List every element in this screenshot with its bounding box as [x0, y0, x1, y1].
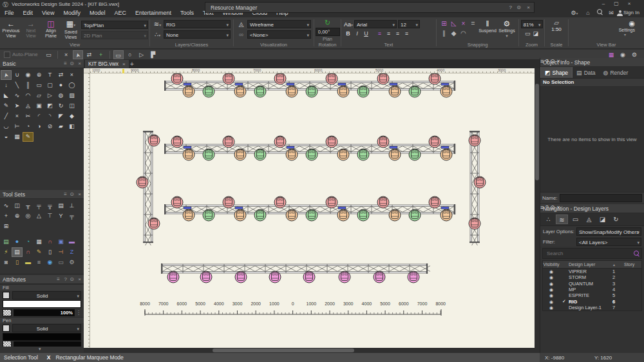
truss-insertion-tool[interactable]: ◫ — [12, 201, 23, 211]
center-mark-tool[interactable]: ◧ — [66, 122, 77, 131]
help-icon[interactable]: ? — [509, 5, 512, 10]
pen-type-icon[interactable] — [3, 325, 10, 332]
door-tool-set[interactable]: ▯ — [44, 247, 55, 257]
search-input[interactable] — [545, 250, 634, 257]
snap-to-tangent-icon[interactable]: ◠ — [459, 29, 468, 38]
design-layer-column-header[interactable]: Design Layer — [569, 262, 612, 267]
fit-page-icon[interactable]: ◪ — [533, 30, 539, 37]
gears-tool-set[interactable]: ⚙ — [66, 258, 77, 267]
cable-tool-set[interactable]: ▬ — [66, 237, 77, 247]
snap-to-angle-icon[interactable]: ◺ — [449, 19, 459, 28]
layer-name[interactable]: STORM — [569, 274, 612, 280]
close-icon[interactable]: × — [78, 191, 81, 197]
multiple-selection-mode[interactable]: ⇄ — [84, 50, 95, 59]
snap-to-edge-icon[interactable]: ∥ — [439, 29, 449, 38]
trim-tool[interactable]: × — [12, 111, 23, 121]
align-right-button[interactable]: ≡ — [393, 30, 402, 37]
rounded-rectangle-tool[interactable]: ▢ — [44, 81, 55, 90]
sheet-layers-tab-icon[interactable]: ▭ — [569, 214, 582, 224]
visibility-eye-icon[interactable]: ◉ — [549, 281, 553, 286]
water-drop-tool-set[interactable]: ● — [12, 237, 23, 247]
shear-tool[interactable]: ◤ — [55, 111, 66, 121]
single-selection-mode[interactable]: ➤ — [73, 50, 83, 59]
resource-manager-window[interactable]: Resource Manager ? ⊙ × — [205, 2, 535, 13]
oval-tool[interactable]: ● — [55, 81, 66, 90]
mirror-tool[interactable]: ◫ — [66, 101, 77, 111]
menu-entertainment[interactable]: Entertainment — [131, 8, 176, 17]
fit-objects-icon[interactable]: ▭ — [525, 30, 531, 37]
radial-dimension-tool[interactable]: ◑ — [33, 122, 44, 131]
visibility-eye-icon[interactable]: ◉ — [549, 287, 553, 292]
snap-to-working-plane-icon[interactable]: ◆ — [449, 29, 459, 38]
focus-point-tool[interactable]: ◎ — [23, 211, 33, 221]
lighting-pipe-ladder-tool[interactable]: ╤ — [33, 201, 44, 211]
fill-opacity-slider[interactable]: 100% — [14, 309, 75, 316]
house-rigging-point-tool[interactable]: + — [1, 211, 12, 221]
torch-tool-set[interactable]: ▭ — [55, 258, 66, 267]
horizontal-scrollbar-thumb[interactable] — [213, 348, 354, 352]
plan-mode-dropdown[interactable]: 2D Plan▾ — [81, 31, 148, 39]
hatch-tool[interactable]: ▨ — [66, 91, 77, 100]
menu-tools[interactable]: Tools — [176, 8, 198, 17]
visibility-eye-icon[interactable]: ◉ — [549, 305, 553, 310]
layer-name[interactable]: Design Layer-1 — [569, 305, 612, 310]
visibility-eye-icon[interactable]: ◉ — [549, 275, 553, 280]
previous-view-button[interactable]: ← Previous View — [1, 19, 21, 39]
preferences-gear-icon[interactable]: ⚙▾ — [569, 9, 580, 17]
name-field[interactable] — [560, 194, 642, 202]
tab-data[interactable]: ▤Data — [573, 67, 599, 78]
polyline-tool[interactable]: ◠ — [23, 91, 33, 100]
soft-goods-tool[interactable]: ▤ — [55, 201, 66, 211]
pan-tool[interactable]: ∪ — [12, 70, 23, 80]
snap-to-intersection-icon[interactable]: × — [459, 19, 468, 28]
dome-tool[interactable]: ◒ — [1, 132, 12, 142]
close-icon[interactable]: × — [78, 276, 81, 282]
layer-search-box[interactable] — [542, 248, 642, 259]
layer-row-viprer[interactable]: ◉VIPRER1 — [543, 269, 641, 274]
layer-row-design-layer-1[interactable]: ◉Design Layer-17 — [543, 305, 641, 310]
close-button[interactable]: × — [623, 0, 635, 8]
clip-tool[interactable]: ▣ — [33, 101, 44, 111]
stake-tool[interactable]: ↓ — [1, 81, 12, 90]
translate-view-tool[interactable]: ⇄ — [55, 70, 66, 80]
delete-vertex-tool[interactable]: × — [66, 70, 77, 80]
working-plane-icon[interactable]: ▭ — [44, 50, 54, 59]
layer-row-quantum[interactable]: ◉QUANTUM3 — [543, 281, 641, 287]
polygon-tool[interactable]: ▱ — [33, 91, 44, 100]
rectangle-tool[interactable]: ▭ — [33, 81, 44, 90]
video-screen-tool[interactable]: ⊤ — [44, 211, 55, 221]
working-plane-axis-icon[interactable]: + — [96, 50, 106, 59]
menu-edit[interactable]: Edit — [19, 8, 38, 17]
align-center-button[interactable]: ≡ — [384, 30, 393, 37]
align-left-button[interactable]: ≡ — [375, 30, 384, 37]
flyover-tool[interactable]: ◉ — [23, 70, 33, 80]
pen-color-bar[interactable] — [3, 333, 81, 341]
power-tool-set[interactable]: ⚡ — [1, 247, 12, 257]
align-justify-button[interactable]: ≡ — [402, 30, 411, 37]
zoom-level-dropdown[interactable]: 81%▾ — [521, 20, 543, 28]
active-layer-dropdown[interactable]: RIG▾ — [164, 20, 231, 28]
circle-tool[interactable]: ◯ — [66, 81, 77, 90]
double-line-tool[interactable]: ║ — [23, 81, 33, 90]
pin-icon[interactable]: ⊙ — [70, 61, 74, 66]
layer-name[interactable]: QUANTUM — [569, 281, 612, 287]
pattern-tool[interactable]: ▦ — [12, 132, 23, 142]
snap-to-distance-icon[interactable]: = — [468, 19, 478, 28]
bridge-tool-set[interactable]: ∩ — [23, 247, 33, 257]
visibility-eye-icon[interactable]: ◉ — [549, 300, 553, 304]
layer-name[interactable]: ESPRITE — [569, 292, 612, 298]
keyboard-tool-set[interactable]: ▤ — [12, 247, 23, 257]
split-tool[interactable]: ✂ — [23, 111, 33, 121]
fountain-tool-set[interactable]: ▤ — [1, 237, 12, 247]
italic-button[interactable]: I — [353, 30, 361, 37]
active-class-dropdown[interactable]: None▾ — [164, 30, 231, 39]
render-background-icon[interactable]: ∞ — [236, 31, 246, 38]
layer-name[interactable]: RIG — [569, 299, 612, 305]
resize-tool[interactable]: ◆ — [66, 111, 77, 121]
leader-tool[interactable]: ▰ — [55, 122, 66, 131]
drop-point-tool[interactable]: ⊕ — [12, 211, 23, 221]
view-bar-settings-button[interactable]: Settings — [619, 28, 635, 32]
rotate-tool[interactable]: ↻ — [55, 101, 66, 111]
pen-style-dropdown[interactable]: Solid▾ — [12, 324, 81, 332]
arch-tool-set[interactable]: ∩ — [44, 237, 55, 247]
